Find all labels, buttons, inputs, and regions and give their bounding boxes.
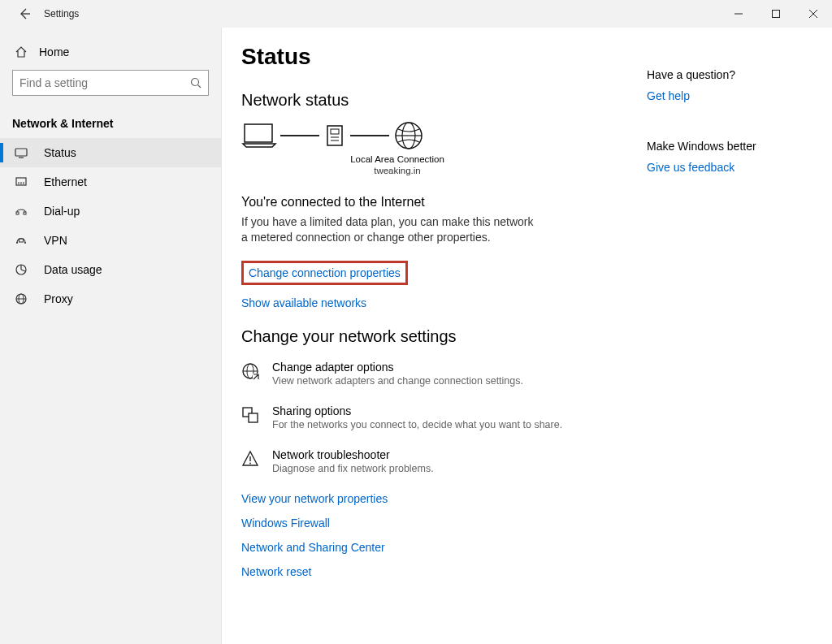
troubleshooter-icon — [241, 448, 261, 474]
close-button[interactable] — [795, 0, 832, 28]
show-available-networks-link[interactable]: Show available networks — [241, 296, 366, 309]
network-reset-link[interactable]: Network reset — [241, 565, 311, 578]
connection-domain: tweaking.in — [340, 165, 454, 176]
vpn-icon — [15, 234, 31, 247]
option-adapter[interactable]: Change adapter options View network adap… — [241, 361, 647, 387]
option-title: Change adapter options — [272, 361, 523, 374]
svg-rect-12 — [16, 212, 19, 214]
option-title: Sharing options — [272, 404, 562, 417]
nav-label: Dial-up — [44, 205, 80, 218]
dialup-icon — [15, 205, 31, 218]
svg-rect-13 — [24, 212, 26, 214]
nav-data-usage[interactable]: Data usage — [0, 255, 221, 284]
option-desc: View network adapters and change connect… — [272, 375, 523, 387]
option-troubleshooter[interactable]: Network troubleshooter Diagnose and fix … — [241, 448, 647, 474]
connection-label: Local Area Connection tweaking.in — [241, 153, 461, 177]
diagram-line — [350, 135, 389, 136]
nav-label: Proxy — [44, 292, 73, 305]
svg-point-4 — [192, 79, 199, 86]
adapter-icon — [241, 361, 261, 387]
ethernet-icon — [15, 175, 31, 188]
nav-label: VPN — [44, 234, 67, 247]
help-panel: Have a question? Get help Make Windows b… — [647, 44, 809, 644]
network-status-heading: Network status — [241, 91, 647, 110]
proxy-icon — [15, 292, 31, 305]
svg-rect-6 — [15, 149, 27, 156]
highlighted-link-box: Change connection properties — [241, 261, 408, 285]
nav-vpn[interactable]: VPN — [0, 226, 221, 255]
category-label: Network & Internet — [0, 106, 221, 138]
nav-proxy[interactable]: Proxy — [0, 284, 221, 313]
option-sharing[interactable]: Sharing options For the networks you con… — [241, 404, 647, 430]
change-connection-properties-link[interactable]: Change connection properties — [249, 266, 401, 279]
router-icon — [323, 121, 347, 150]
search-input[interactable] — [20, 76, 190, 89]
connection-name: Local Area Connection — [340, 153, 454, 165]
get-help-link[interactable]: Get help — [647, 89, 690, 102]
svg-rect-34 — [249, 413, 258, 422]
data-usage-icon — [15, 263, 31, 276]
option-desc: For the networks you connect to, decide … — [272, 419, 562, 430]
diagram-line — [280, 135, 319, 136]
sharing-icon — [241, 404, 261, 430]
feedback-link[interactable]: Give us feedback — [647, 161, 734, 174]
search-icon — [190, 77, 202, 89]
home-icon — [15, 45, 28, 58]
nav-ethernet[interactable]: Ethernet — [0, 167, 221, 197]
globe-icon — [392, 119, 425, 152]
option-desc: Diagnose and fix network problems. — [272, 463, 434, 474]
home-nav[interactable]: Home — [0, 34, 221, 70]
option-title: Network troubleshooter — [272, 448, 434, 461]
network-diagram — [241, 119, 647, 152]
svg-rect-23 — [331, 129, 339, 134]
svg-rect-21 — [245, 124, 272, 142]
window-controls — [720, 0, 832, 28]
minimize-button[interactable] — [720, 0, 757, 28]
view-network-properties-link[interactable]: View your network properties — [241, 492, 388, 505]
maximize-button[interactable] — [757, 0, 795, 28]
app-title: Settings — [44, 8, 79, 19]
search-box[interactable] — [12, 70, 209, 96]
pc-icon — [241, 121, 277, 150]
question-heading: Have a question? — [647, 68, 809, 81]
svg-rect-1 — [773, 11, 780, 18]
titlebar: Settings — [0, 0, 832, 28]
network-sharing-center-link[interactable]: Network and Sharing Center — [241, 541, 385, 554]
main-content: Status Network status Local Area Connect… — [222, 28, 832, 644]
nav-label: Status — [44, 146, 76, 159]
status-icon — [15, 146, 31, 159]
sidebar: Home Network & Internet Status Ethernet — [0, 28, 222, 644]
improve-heading: Make Windows better — [647, 140, 809, 153]
home-label: Home — [39, 45, 69, 58]
connected-heading: You're connected to the Internet — [241, 195, 647, 210]
back-button[interactable] — [15, 4, 34, 24]
nav-label: Data usage — [44, 263, 102, 276]
svg-line-5 — [198, 85, 202, 89]
nav-status[interactable]: Status — [0, 138, 221, 167]
svg-point-36 — [249, 463, 251, 465]
windows-firewall-link[interactable]: Windows Firewall — [241, 516, 330, 529]
nav-label: Ethernet — [44, 175, 87, 188]
change-settings-heading: Change your network settings — [241, 327, 647, 346]
nav-dialup[interactable]: Dial-up — [0, 197, 221, 226]
connected-body: If you have a limited data plan, you can… — [241, 214, 534, 246]
page-title: Status — [241, 44, 647, 70]
